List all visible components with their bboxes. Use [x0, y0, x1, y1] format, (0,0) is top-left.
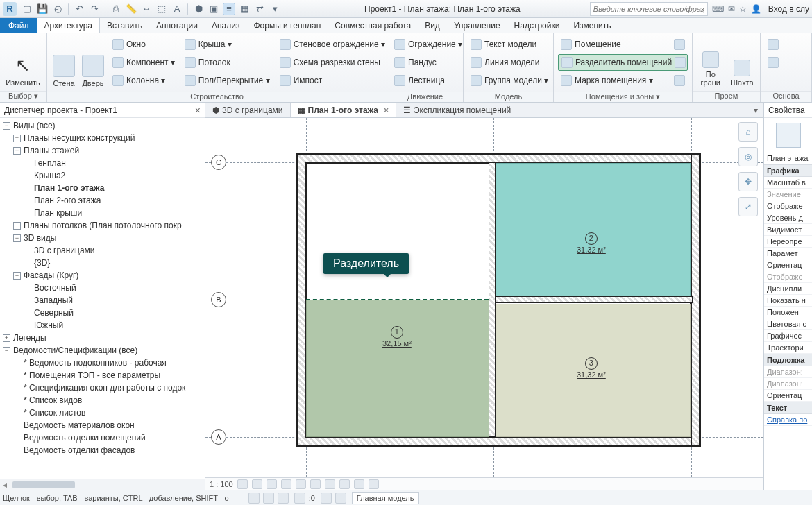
scale-label[interactable]: 1 : 100 — [210, 480, 233, 488]
room-button[interactable]: Помещение — [558, 36, 688, 53]
prop-row[interactable]: Значение — [764, 189, 812, 200]
section-underlay[interactable]: Подложка — [764, 354, 812, 366]
prop-row[interactable]: Дисципли — [764, 283, 812, 295]
dropdown-icon[interactable]: ▾ — [269, 3, 281, 15]
prop-row[interactable]: Показать н — [764, 295, 812, 307]
tree-item[interactable]: Ведомость отделки фасадов — [0, 444, 205, 456]
tree-item[interactable]: {3D} — [0, 257, 205, 269]
tree-item[interactable]: +Легенды — [0, 332, 205, 344]
modelgroup-button[interactable]: Группа модели ▾ — [468, 72, 551, 89]
tree-item[interactable]: 3D с границами — [0, 244, 205, 257]
prop-row[interactable]: Парамет — [764, 248, 812, 259]
tree-item[interactable]: Генплан — [0, 157, 205, 169]
3d-icon[interactable]: ⬢ — [192, 3, 205, 15]
floor-button[interactable]: Пол/Перекрытие ▾ — [182, 72, 273, 89]
tab-addins[interactable]: Надстройки — [507, 18, 567, 33]
prop-row[interactable]: Диапазон: — [764, 378, 812, 390]
base-icon1[interactable] — [765, 36, 781, 53]
curtaingrid-button[interactable]: Схема разрезки стены — [277, 54, 388, 71]
room-tag-button[interactable]: Марка помещения ▾ — [558, 72, 688, 89]
tab-manage[interactable]: Управление — [447, 18, 507, 33]
nav-home-icon[interactable]: ⌂ — [738, 122, 758, 142]
type-preview-icon[interactable] — [776, 123, 801, 148]
tree-item[interactable]: Западный — [0, 294, 205, 307]
tree-item[interactable]: План 1-ого этажа — [0, 182, 205, 194]
room-separator-button[interactable]: Разделитель помещений — [558, 54, 688, 71]
prop-row[interactable]: Отображе — [764, 200, 812, 212]
window-button[interactable]: Окно — [110, 36, 178, 53]
tree-item[interactable]: * Список листов — [0, 406, 205, 419]
tab-annotate[interactable]: Аннотации — [149, 18, 205, 33]
drawing-canvas[interactable]: C B A — [205, 118, 763, 477]
tree-item[interactable]: План крыши — [0, 207, 205, 219]
base-icon2[interactable] — [765, 54, 781, 71]
close-hidden-icon[interactable]: ▦ — [238, 3, 251, 15]
prop-row[interactable]: Ориентац — [764, 259, 812, 271]
detail-icon[interactable] — [237, 479, 248, 489]
help-link[interactable]: Справка по — [764, 414, 812, 426]
tree-item[interactable]: * Ведомость подоконников - рабочая — [0, 357, 205, 369]
star-icon[interactable]: ☆ — [739, 4, 747, 14]
visual-style-icon[interactable] — [252, 479, 262, 489]
byface-button[interactable]: По грани — [697, 36, 725, 88]
app-icon[interactable]: R — [3, 2, 17, 16]
sb-4[interactable] — [294, 493, 305, 504]
switch-icon[interactable]: ⇄ — [253, 3, 266, 15]
tag-icon[interactable]: ⬚ — [155, 3, 168, 15]
room-2[interactable] — [496, 163, 691, 296]
stair-button[interactable]: Лестница — [391, 72, 465, 89]
project-tree[interactable]: −Виды (все)+Планы несущих конструкций−Пл… — [0, 118, 205, 479]
tab-modify[interactable]: Изменить — [566, 18, 618, 33]
tab-schedule[interactable]: ☰Экспликация помещений — [396, 103, 518, 117]
tree-item[interactable]: * Список видов — [0, 394, 205, 406]
tree-item[interactable]: План 2-ого этажа — [0, 194, 205, 207]
sync-icon[interactable]: ◴ — [51, 3, 64, 15]
tree-item[interactable]: +Планы несущих конструкций — [0, 132, 205, 144]
tree-item[interactable]: −3D виды — [0, 232, 205, 244]
door-button[interactable]: Дверь — [81, 36, 105, 89]
file-tab[interactable]: Файл — [0, 18, 37, 33]
grid-bubble-b[interactable]: B — [211, 292, 226, 307]
wall-button[interactable]: Стена — [51, 36, 76, 89]
tab-architecture[interactable]: Архитектура — [37, 18, 101, 33]
railing-button[interactable]: Ограждение ▾ — [391, 36, 465, 53]
prop-row[interactable]: Ориентац — [764, 390, 812, 402]
tree-item[interactable]: Восточный — [0, 282, 205, 294]
tree-item[interactable]: +Планы потолков (План потолочного покр — [0, 219, 205, 232]
tree-item[interactable]: Ведомость материалов окон — [0, 419, 205, 431]
sb-6[interactable] — [335, 493, 346, 504]
undo-icon[interactable]: ↶ — [73, 3, 85, 15]
prop-row[interactable]: Цветовая с — [764, 318, 812, 330]
search-input[interactable] — [590, 2, 708, 16]
tree-item[interactable]: Северный — [0, 307, 205, 319]
sb-3[interactable] — [278, 493, 289, 504]
tree-item[interactable]: * Помещения ТЭП - все параметры — [0, 369, 205, 382]
prop-row[interactable]: Переопре — [764, 236, 812, 248]
text-icon[interactable]: A — [171, 3, 183, 15]
section-text[interactable]: Текст — [764, 402, 812, 414]
shaft-button[interactable]: Шахта — [729, 36, 756, 88]
tab-analyze[interactable]: Анализ — [205, 18, 247, 33]
prop-row[interactable]: Масштаб в — [764, 177, 812, 189]
crop-region-icon[interactable] — [310, 479, 321, 489]
tab-3d[interactable]: ⬢3D с границами — [205, 103, 291, 117]
grid-bubble-c[interactable]: C — [211, 155, 226, 170]
thin-lines-icon[interactable]: ≡ — [223, 3, 235, 15]
close-tab-icon[interactable]: × — [384, 105, 389, 115]
tree-item[interactable]: Южный — [0, 319, 205, 332]
nav-zoom-icon[interactable]: ⤢ — [738, 197, 758, 216]
prop-row[interactable]: Уровень д — [764, 212, 812, 224]
workset-combo[interactable]: Главная модель — [352, 492, 419, 504]
dim-icon[interactable]: ↔ — [140, 3, 153, 15]
signin-label[interactable]: Вход в слу — [768, 4, 809, 14]
vb-9[interactable] — [354, 479, 364, 489]
panel-rooms-label[interactable]: Помещения и зоны ▾ — [554, 92, 692, 102]
curtainwall-button[interactable]: Стеновое ограждение ▾ — [277, 36, 388, 53]
tree-item[interactable]: * Спецификация окон для работы с подок — [0, 382, 205, 394]
modify-button[interactable]: ↖Изменить — [4, 36, 42, 88]
component-button[interactable]: Компонент ▾ — [110, 54, 178, 71]
section-graphics[interactable]: Графика — [764, 164, 812, 177]
reveal-icon[interactable] — [339, 479, 350, 489]
column-button[interactable]: Колонна ▾ — [110, 72, 178, 89]
shadow-icon[interactable] — [281, 479, 291, 489]
